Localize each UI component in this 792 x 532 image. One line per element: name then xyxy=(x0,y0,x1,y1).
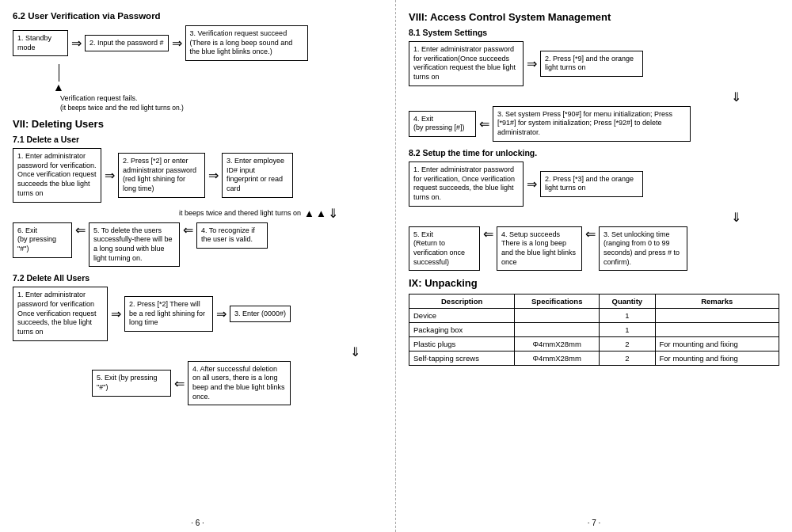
s82-down-arrow: ⇓ xyxy=(409,210,779,225)
s71-note: it beeps twice and thered light turns on xyxy=(179,209,301,217)
s71-arrow2: ⇒ xyxy=(208,168,219,183)
s71-box6: 6. Exit (by pressing "#") xyxy=(13,222,72,258)
s71-up-arr2: ▲ xyxy=(316,207,326,219)
s72-arrow2: ⇒ xyxy=(216,306,227,321)
arrow-right-2: ⇒ xyxy=(172,36,182,51)
s82-box3: 3. Set unlocking time (ranging from 0 to… xyxy=(599,226,687,272)
s82-row2: 5. Exit (Return to verification once suc… xyxy=(409,226,779,272)
section-72: 7.2 Delete All Users 1. Enter administra… xyxy=(13,273,383,405)
section-8: VIII: Access Control System Management 8… xyxy=(409,11,779,142)
s62-box2: 2. Input the password # xyxy=(85,35,169,52)
section-7-title: VII: Deleting Users xyxy=(13,118,383,130)
s82-box2: 2. Press [*3] and the orange light turns… xyxy=(540,171,643,197)
s71-arrow-l1: ⇐ xyxy=(75,222,86,238)
s71-down-arr: ⇓ xyxy=(328,206,338,221)
s81-box1: 1. Enter administrator password for veri… xyxy=(409,41,524,86)
s81-arrow-l: ⇐ xyxy=(479,116,489,131)
s71-box4: 4. To recognize if the user is valid. xyxy=(196,222,268,249)
s82-arrow1: ⇒ xyxy=(527,177,537,192)
s82-box5: 5. Exit (Return to verification once suc… xyxy=(409,226,480,272)
s62-fail-sub: (it beeps twice and the red light turns … xyxy=(60,104,383,112)
section-7: VII: Deleting Users 7.1 Delete a User 1.… xyxy=(13,118,383,267)
s72-row1: 1. Enter administrator password for veri… xyxy=(13,287,383,340)
cell-desc: Packaging box xyxy=(409,323,515,337)
s62-fail-note: Verification request fails. xyxy=(60,94,383,102)
section-72-title: 7.2 Delete All Users xyxy=(13,273,383,283)
s81-box3: 3. Set system Press [*90#] for menu init… xyxy=(493,106,691,142)
s72-arrow1: ⇒ xyxy=(111,306,121,321)
section-9: IX: Unpacking Description Specifications… xyxy=(409,277,779,366)
section-71-title: 7.1 Delete a User xyxy=(13,135,383,144)
s62-box1: 1. Standby mode xyxy=(13,30,68,56)
section-9-title: IX: Unpacking xyxy=(409,277,779,289)
up-arrow: ▲ xyxy=(53,82,64,93)
s72-box3: 3. Enter (0000#) xyxy=(230,306,291,323)
section-8-title: VIII: Access Control System Management xyxy=(409,11,779,23)
cell-spec: Φ4mmX28mm xyxy=(515,337,600,352)
s71-arrow-l2: ⇐ xyxy=(183,222,193,238)
cell-spec xyxy=(515,309,600,323)
section-82-title: 8.2 Setup the time for unlocking. xyxy=(409,148,779,158)
s71-box2: 2. Press [*2] or enter administrator pas… xyxy=(118,153,205,198)
s71-note-row: it beeps twice and thered light turns on… xyxy=(13,206,383,221)
right-page-num: · 7 · xyxy=(588,519,601,527)
table-row: Plastic plugs Φ4mmX28mm 2 For mounting a… xyxy=(409,337,779,352)
cell-spec xyxy=(515,323,600,337)
s81-box2: 2. Press [*9] and the orange light turns… xyxy=(540,51,643,77)
section-81-title: 8.1 System Settings xyxy=(409,28,779,37)
table-header-row: Description Specifications Quantity Rema… xyxy=(409,294,779,309)
s82-box4: 4. Setup succeeds There is a long beep a… xyxy=(497,226,582,272)
table-row: Self-tapping screws Φ4mmX28mm 2 For moun… xyxy=(409,352,779,366)
table-row: Device 1 xyxy=(409,309,779,323)
table-row: Packaging box 1 xyxy=(409,323,779,337)
cell-qty: 2 xyxy=(600,337,655,352)
col-description: Description xyxy=(409,294,515,309)
s81-box4: 4. Exit (by pressing [#]) xyxy=(409,111,476,137)
cell-qty: 1 xyxy=(600,323,655,337)
section-82: 8.2 Setup the time for unlocking. 1. Ent… xyxy=(409,148,779,272)
s82-arrow-l2: ⇐ xyxy=(585,226,596,241)
s82-arrow-l1: ⇐ xyxy=(483,226,493,241)
s82-row1: 1. Enter administrator password for veri… xyxy=(409,162,779,207)
col-remarks: Remarks xyxy=(655,294,779,309)
cell-remarks: For mounting and fixing xyxy=(655,352,779,366)
cell-spec: Φ4mmX28mm xyxy=(515,352,600,366)
cell-remarks: For mounting and fixing xyxy=(655,337,779,352)
right-page: VIII: Access Control System Management 8… xyxy=(396,0,792,532)
unpacking-table: Description Specifications Quantity Rema… xyxy=(409,294,779,366)
arrow-right-1: ⇒ xyxy=(71,36,82,51)
left-page: 6.2 User Verification via Password 1. St… xyxy=(0,0,396,532)
cell-desc: Self-tapping screws xyxy=(409,352,515,366)
section-62-flow: 1. Standby mode ⇒ 2. Input the password … xyxy=(13,25,383,61)
cell-qty: 2 xyxy=(600,352,655,366)
s81-down-arrow: ⇓ xyxy=(409,89,779,104)
col-specifications: Specifications xyxy=(515,294,600,309)
s71-up-arr1: ▲ xyxy=(304,207,314,219)
s72-box1: 1. Enter administrator password for veri… xyxy=(13,287,108,340)
section-62-title: 6.2 User Verification via Password xyxy=(13,11,383,21)
s72-box5: 5. Exit (by pressing "#") xyxy=(92,370,171,396)
s71-box3: 3. Enter employee ID# input fingerprint … xyxy=(222,153,293,198)
s72-box2: 2. Press [*2] There will be a red light … xyxy=(124,296,213,332)
up-line xyxy=(59,64,59,82)
s71-row2: 6. Exit (by pressing "#") ⇐ 5. To delete… xyxy=(13,222,383,268)
s71-arrow1: ⇒ xyxy=(105,168,115,183)
cell-remarks xyxy=(655,309,779,323)
s62-box3: 3. Verification request succeed (There i… xyxy=(185,25,308,61)
cell-remarks xyxy=(655,323,779,337)
s72-box4: 4. After successful deletion on all user… xyxy=(188,361,291,406)
s72-arrow-l: ⇐ xyxy=(174,376,185,391)
s62-fail-flow: ▲ xyxy=(36,64,383,93)
cell-desc: Device xyxy=(409,309,515,323)
s82-box1: 1. Enter administrator password for veri… xyxy=(409,162,524,207)
s72-row2: 5. Exit (by pressing "#") ⇐ 4. After suc… xyxy=(13,361,383,406)
s72-down-arrow: ⇓ xyxy=(13,344,383,359)
cell-qty: 1 xyxy=(600,309,655,323)
s71-row1: 1. Enter administrator password for veri… xyxy=(13,148,383,202)
s81-row2: 4. Exit (by pressing [#]) ⇐ 3. Set syste… xyxy=(409,106,779,142)
col-quantity: Quantity xyxy=(600,294,655,309)
left-page-num: · 6 · xyxy=(191,519,204,527)
section-62: 6.2 User Verification via Password 1. St… xyxy=(13,11,383,112)
s71-box1: 1. Enter administrator password for veri… xyxy=(13,148,101,202)
cell-desc: Plastic plugs xyxy=(409,337,515,352)
